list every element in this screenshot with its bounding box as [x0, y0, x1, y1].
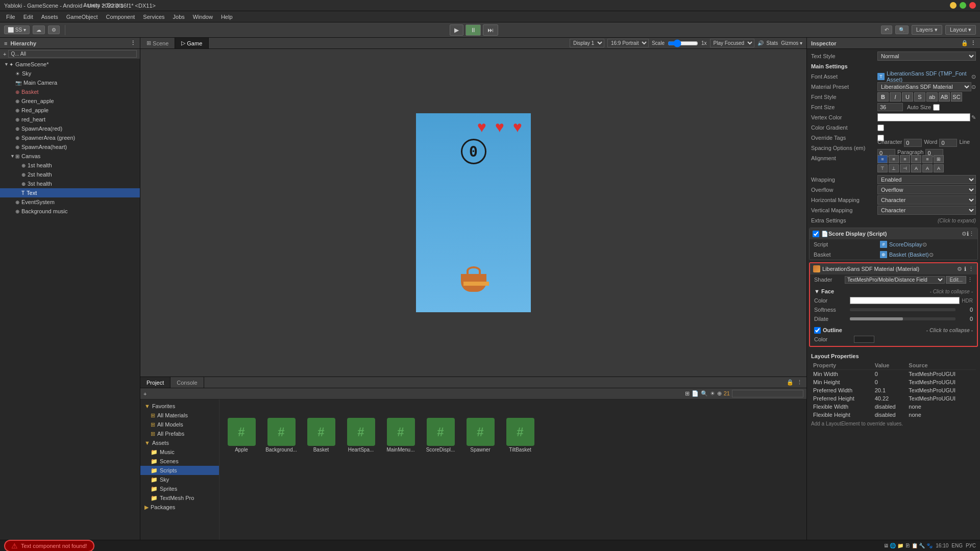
- audio-icon[interactable]: 🔊: [757, 40, 764, 46]
- undo-button[interactable]: ↶: [881, 26, 892, 34]
- sidebar-all-materials[interactable]: ⊞ All Materials: [140, 411, 219, 420]
- tree-item-spawnarea-heart[interactable]: ⊕ SpawnArea(heart): [0, 142, 140, 152]
- menu-component[interactable]: Component: [102, 13, 139, 21]
- script-enabled-checkbox[interactable]: [813, 231, 819, 237]
- align-right-btn[interactable]: ≡: [900, 155, 910, 163]
- lowercase-button[interactable]: ab: [926, 92, 938, 102]
- inspector-menu-icon[interactable]: ⋮: [970, 40, 976, 46]
- icon1[interactable]: ⊞: [685, 390, 690, 397]
- text-style-select[interactable]: Normal: [877, 52, 976, 61]
- tree-item-greenapple[interactable]: ⊕ Green_apple: [0, 96, 140, 106]
- layers-button[interactable]: Layers ▾: [912, 25, 942, 35]
- tree-item-1st-health[interactable]: ⊕ 1st health: [0, 161, 140, 170]
- tree-item-redheart[interactable]: ⊕ red_heart: [0, 115, 140, 124]
- menu-edit[interactable]: Edit: [19, 13, 37, 21]
- align-top-btn[interactable]: ⊤: [877, 164, 888, 172]
- icon2[interactable]: 📄: [692, 390, 699, 397]
- sidebar-music[interactable]: 📁 Music: [140, 447, 219, 457]
- tab-project[interactable]: Project: [140, 377, 170, 388]
- vertex-color-swatch[interactable]: [877, 113, 970, 121]
- hierarchy-search[interactable]: [8, 50, 137, 58]
- tree-item-text[interactable]: T Text: [0, 188, 140, 197]
- script-section-header[interactable]: 📄 Score Display (Script) ⚙ ℹ ⋮: [810, 228, 977, 239]
- menu-gameobject[interactable]: GameObject: [62, 13, 102, 21]
- material-preset-pick-icon[interactable]: ⊙: [971, 84, 976, 90]
- sidebar-textmesh-pro[interactable]: 📁 TextMesh Pro: [140, 493, 219, 503]
- script-gear-icon[interactable]: ⚙: [962, 231, 967, 237]
- asset-spawner[interactable]: # Spawner: [462, 418, 498, 453]
- shader-menu-icon[interactable]: ⋮: [967, 277, 973, 283]
- sidebar-favorites[interactable]: ▼ Favorites: [140, 402, 219, 411]
- tree-item-spawnarea-red[interactable]: ⊕ SpawnArea(red): [0, 124, 140, 133]
- sidebar-packages[interactable]: ▶ Packages: [140, 503, 219, 512]
- asset-apple[interactable]: # Apple: [224, 418, 259, 453]
- menu-jobs[interactable]: Jobs: [169, 13, 189, 21]
- asset-tiltbasket[interactable]: # TiltBasket: [502, 418, 538, 453]
- cloud-button[interactable]: ☁: [33, 26, 45, 34]
- gizmos-button[interactable]: Gizmos ▾: [781, 40, 802, 46]
- sidebar-all-models[interactable]: ⊞ All Models: [140, 420, 219, 429]
- settings-button[interactable]: ⚙: [48, 26, 60, 34]
- material-preset-select[interactable]: LiberationSans SDF Material: [877, 82, 971, 91]
- italic-button[interactable]: I: [890, 92, 901, 102]
- tree-item-basket[interactable]: ⊕ Basket: [0, 87, 140, 96]
- asset-heartspawner[interactable]: # HeartSpa...: [343, 418, 379, 453]
- tree-item-canvas[interactable]: ▼ ⊞ Canvas: [0, 152, 140, 161]
- align-mid2-btn[interactable]: A: [922, 164, 933, 172]
- stats-button[interactable]: Stats: [767, 40, 778, 46]
- tree-item-gamescene[interactable]: ▼ ✦ GameScene*: [0, 60, 140, 69]
- face-color-swatch[interactable]: [850, 297, 960, 304]
- script-pick-icon[interactable]: ⊙: [922, 241, 927, 248]
- align-geo-btn[interactable]: ⊞: [934, 155, 944, 163]
- outline-checkbox[interactable]: [814, 327, 821, 334]
- minimize-button[interactable]: [950, 2, 957, 9]
- align-flush-btn[interactable]: ≡: [922, 155, 933, 163]
- align-mid-btn[interactable]: ⊥: [889, 164, 899, 172]
- sidebar-scripts[interactable]: 📁 Scripts: [140, 466, 219, 475]
- aspect-select[interactable]: 16:9 Portrait: [607, 39, 649, 47]
- asset-mainmenu[interactable]: # MainMenu...: [383, 418, 419, 453]
- menu-window[interactable]: Window: [189, 13, 217, 21]
- font-size-input[interactable]: [877, 103, 903, 111]
- tree-item-2st-health[interactable]: ⊕ 2st health: [0, 170, 140, 179]
- dilate-bar[interactable]: [850, 317, 955, 320]
- outline-color-swatch[interactable]: [854, 336, 874, 343]
- menu-services[interactable]: Services: [139, 13, 168, 21]
- maximize-button[interactable]: [960, 2, 966, 9]
- char-spacing-input[interactable]: [904, 139, 922, 147]
- softness-bar[interactable]: [850, 308, 955, 311]
- tree-item-spawnarea-green[interactable]: ⊕ SpawnerArea (green): [0, 133, 140, 142]
- menu-assets[interactable]: Assets: [37, 13, 62, 21]
- smallcaps-button[interactable]: SC: [951, 92, 962, 102]
- tab-scene[interactable]: ⊞ Scene: [140, 38, 175, 48]
- align-justify-btn[interactable]: ≡: [911, 155, 921, 163]
- plus-icon[interactable]: +: [3, 51, 6, 57]
- asset-background[interactable]: # Background...: [263, 418, 299, 453]
- shader-select[interactable]: TextMeshPro/Mobile/Distance Field: [845, 276, 945, 284]
- icon5[interactable]: ⊕: [717, 390, 722, 397]
- tree-item-redapple[interactable]: ⊕ Red_apple: [0, 106, 140, 115]
- search-button[interactable]: 🔍: [895, 26, 909, 34]
- step-button[interactable]: ⏭: [483, 24, 498, 36]
- word-spacing-input[interactable]: [939, 139, 957, 147]
- close-button[interactable]: [969, 2, 976, 9]
- display-select[interactable]: Display 1: [570, 39, 604, 47]
- tree-item-eventsystem[interactable]: ⊕ EventSystem: [0, 197, 140, 207]
- layout-button[interactable]: Layout ▾: [945, 25, 976, 35]
- play-focused-select[interactable]: Play Focused: [710, 39, 754, 47]
- icon3[interactable]: 🔍: [701, 390, 708, 397]
- play-button[interactable]: ▶: [450, 24, 463, 36]
- mat-info-icon[interactable]: ℹ: [964, 266, 966, 272]
- uppercase-button[interactable]: AB: [939, 92, 950, 102]
- sidebar-scenes[interactable]: 📁 Scenes: [140, 457, 219, 466]
- basket-pick-icon[interactable]: ⊙: [929, 252, 934, 258]
- tree-item-sky[interactable]: ☀ Sky: [0, 69, 140, 78]
- asset-basket[interactable]: # Basket: [303, 418, 339, 453]
- sidebar-sky[interactable]: 📁 Sky: [140, 475, 219, 484]
- outline-header[interactable]: Outline - Click to collapse -: [814, 325, 973, 335]
- sidebar-assets[interactable]: ▼ Assets: [140, 438, 219, 447]
- align-left-btn[interactable]: ≡: [877, 155, 888, 163]
- material-header[interactable]: LiberationSans SDF Material (Material) ⚙…: [810, 263, 977, 274]
- extra-settings-expand[interactable]: (Click to expand): [938, 218, 976, 223]
- scale-slider[interactable]: [668, 39, 698, 47]
